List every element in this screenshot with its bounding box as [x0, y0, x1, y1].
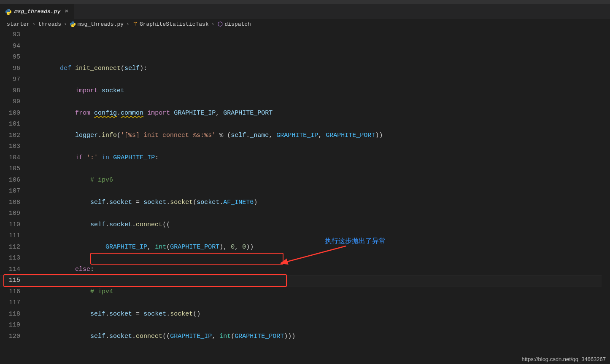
symbol-class-icon: [132, 21, 138, 27]
code-line: # ipv4: [30, 286, 610, 298]
editor-area[interactable]: 9394959697989910010110210310410510610710…: [0, 29, 610, 364]
symbol-method-icon: [217, 21, 223, 27]
tab-bar: msg_threads.py ×: [0, 4, 610, 19]
line-number-gutter: 9394959697989910010110210310410510610710…: [0, 29, 30, 364]
editor-tab[interactable]: msg_threads.py ×: [0, 4, 74, 19]
watermark-text: https://blog.csdn.net/qq_34663267: [522, 356, 606, 362]
close-tab-icon[interactable]: ×: [63, 8, 70, 15]
breadcrumb[interactable]: starter › threads › msg_threads.py › Gra…: [0, 19, 610, 29]
code-line: self.socket = socket.socket(): [30, 309, 610, 320]
window-titlebar: [0, 0, 610, 4]
breadcrumb-folder[interactable]: starter: [7, 21, 30, 27]
chevron-right-icon: ›: [32, 21, 37, 27]
breadcrumb-method[interactable]: dispatch: [217, 21, 251, 27]
highlight-box: [90, 253, 283, 265]
highlight-box: [3, 274, 287, 287]
code-line: if ':' in GRAPHITE_IP:: [30, 153, 610, 164]
code-line: from config.common import GRAPHITE_IP, G…: [30, 108, 610, 119]
code-line: import socket: [30, 86, 610, 97]
chevron-right-icon: ›: [211, 21, 216, 27]
chevron-right-icon: ›: [125, 21, 130, 27]
tab-filename: msg_threads.py: [14, 8, 60, 15]
minimap[interactable]: [602, 29, 610, 364]
code-line: self.socket.connect((: [30, 219, 610, 231]
chevron-right-icon: ›: [63, 21, 68, 27]
code-line: # ipv6: [30, 175, 610, 186]
python-file-icon: [5, 8, 12, 15]
code-content[interactable]: def init_connect(self): import socket fr…: [30, 29, 610, 364]
annotation-text: 执行这步抛出了异常: [325, 236, 386, 247]
breadcrumb-class[interactable]: GraphiteStatisticTask: [132, 21, 209, 27]
python-file-icon: [70, 21, 76, 27]
code-line: def init_connect(self):: [30, 63, 610, 75]
code-line: [30, 41, 610, 52]
code-line: GRAPHITE_IP, int(GRAPHITE_PORT), 0, 0)): [30, 242, 610, 253]
code-line: logger.info('[%s] init connect %s:%s' % …: [30, 130, 610, 142]
code-line: else:: [30, 264, 610, 276]
breadcrumb-folder[interactable]: threads: [38, 21, 61, 27]
code-line: self.socket.connect((GRAPHITE_IP, int(GR…: [30, 331, 610, 343]
breadcrumb-file[interactable]: msg_threads.py: [70, 21, 124, 27]
code-line: self.socket = socket.socket(socket.AF_IN…: [30, 197, 610, 209]
